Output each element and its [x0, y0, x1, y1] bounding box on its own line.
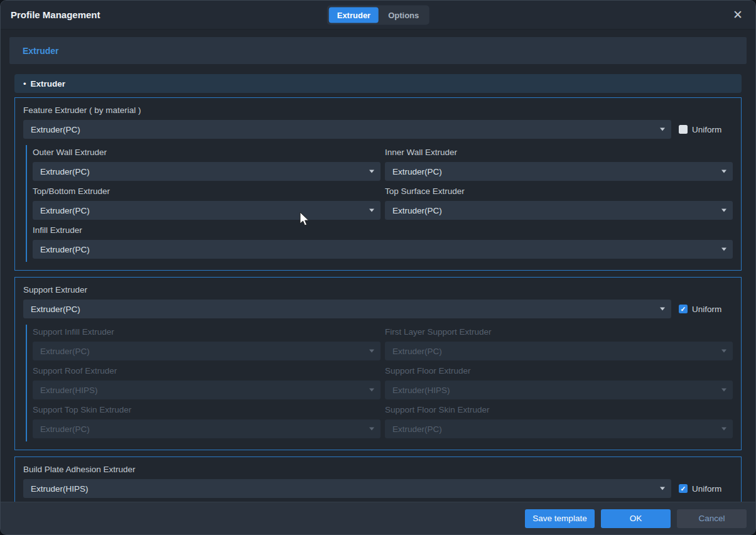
adhesion-uniform-checkbox[interactable] [679, 484, 688, 493]
top-surface-extruder-value: Extruder(PC) [392, 206, 442, 215]
build-plate-adhesion-dropdown[interactable]: Extruder(HIPS) [23, 479, 671, 498]
support-infill-extruder-label: Support Infill Extruder [33, 327, 381, 337]
infill-extruder-dropdown[interactable]: Extruder(PC) [33, 240, 733, 259]
cancel-button[interactable]: Cancel [677, 509, 747, 528]
category-header-label: Extruder [23, 46, 59, 56]
support-infill-extruder-value: Extruder(PC) [40, 347, 90, 356]
outer-wall-extruder-label: Outer Wall Extruder [33, 148, 381, 157]
chevron-down-icon [721, 428, 726, 431]
inner-wall-extruder-value: Extruder(PC) [392, 167, 442, 176]
support-floor-extruder-label: Support Floor Extruder [385, 366, 733, 376]
adhesion-uniform-checkbox-group[interactable]: Uniform [679, 484, 733, 494]
support-subgroup: Support Infill Extruder Extruder(PC) Fir… [26, 325, 733, 441]
field-top-bottom-extruder: Top/Bottom Extruder Extruder(PC) [33, 184, 381, 220]
chevron-down-icon [369, 209, 374, 212]
first-layer-support-extruder-dropdown: Extruder(PC) [385, 342, 733, 360]
chevron-down-icon [369, 428, 374, 431]
support-floor-skin-extruder-label: Support Floor Skin Extruder [385, 405, 733, 414]
inner-wall-extruder-dropdown[interactable]: Extruder(PC) [385, 162, 733, 181]
titlebar: Profile Management Extruder Options ✕ [1, 1, 755, 30]
group-header-extruder: • Extruder [14, 74, 742, 93]
field-infill-extruder: Infill Extruder Extruder(PC) [33, 223, 733, 259]
tab-options[interactable]: Options [380, 7, 427, 23]
section-build-plate-adhesion: Build Plate Adhesion Extruder Extruder(H… [14, 457, 742, 502]
chevron-down-icon [721, 350, 726, 353]
save-template-button[interactable]: Save template [525, 509, 595, 528]
support-extruder-label: Support Extruder [23, 285, 733, 295]
field-inner-wall-extruder: Inner Wall Extruder Extruder(PC) [385, 145, 733, 181]
inner-wall-extruder-label: Inner Wall Extruder [385, 148, 733, 157]
support-roof-extruder-label: Support Roof Extruder [33, 366, 381, 376]
field-first-layer-support-extruder: First Layer Support Extruder Extruder(PC… [385, 325, 733, 360]
field-support-infill-extruder: Support Infill Extruder Extruder(PC) [33, 325, 381, 360]
support-uniform-label: Uniform [692, 305, 721, 314]
outer-wall-extruder-value: Extruder(PC) [40, 167, 90, 176]
chevron-down-icon [721, 209, 726, 212]
group-header-label: Extruder [31, 79, 66, 89]
infill-extruder-label: Infill Extruder [33, 225, 733, 235]
support-floor-extruder-dropdown: Extruder(HIPS) [385, 381, 733, 399]
support-top-skin-extruder-value: Extruder(PC) [40, 424, 90, 434]
field-top-surface-extruder: Top Surface Extruder Extruder(PC) [385, 184, 733, 220]
support-floor-extruder-value: Extruder(HIPS) [392, 386, 450, 395]
first-layer-support-extruder-value: Extruder(PC) [392, 347, 442, 356]
feature-extruder-label: Feature Extruder ( by material ) [23, 105, 733, 115]
support-roof-extruder-value: Extruder(HIPS) [40, 386, 98, 395]
feature-extruder-value: Extruder(PC) [31, 125, 80, 134]
feature-uniform-label: Uniform [692, 125, 721, 134]
support-floor-skin-extruder-value: Extruder(PC) [392, 424, 442, 434]
adhesion-uniform-label: Uniform [692, 484, 721, 494]
outer-wall-extruder-dropdown[interactable]: Extruder(PC) [33, 162, 381, 181]
support-extruder-value: Extruder(PC) [31, 305, 80, 314]
support-uniform-checkbox[interactable] [679, 305, 688, 313]
field-support-floor-extruder: Support Floor Extruder Extruder(HIPS) [385, 364, 733, 399]
dialog-content: Extruder • Extruder Feature Extruder ( b… [1, 30, 755, 502]
chevron-down-icon [721, 248, 726, 251]
chevron-down-icon [660, 487, 665, 490]
infill-extruder-value: Extruder(PC) [40, 245, 90, 254]
first-layer-support-extruder-label: First Layer Support Extruder [385, 327, 733, 337]
section-feature-extruder: Feature Extruder ( by material ) Extrude… [14, 97, 742, 271]
bullet-icon: • [23, 79, 26, 89]
build-plate-adhesion-value: Extruder(HIPS) [31, 484, 89, 494]
build-plate-adhesion-label: Build Plate Adhesion Extruder [23, 465, 733, 474]
support-floor-skin-extruder-dropdown: Extruder(PC) [385, 419, 733, 438]
support-infill-extruder-dropdown: Extruder(PC) [33, 342, 381, 360]
top-bottom-extruder-dropdown[interactable]: Extruder(PC) [33, 201, 381, 220]
top-bottom-extruder-label: Top/Bottom Extruder [33, 186, 381, 196]
support-extruder-dropdown[interactable]: Extruder(PC) [23, 300, 671, 318]
dialog-footer: Save template OK Cancel [1, 502, 755, 534]
support-top-skin-extruder-dropdown: Extruder(PC) [33, 419, 381, 438]
field-support-top-skin-extruder: Support Top Skin Extruder Extruder(PC) [33, 403, 381, 438]
chevron-down-icon [369, 170, 374, 173]
top-surface-extruder-label: Top Surface Extruder [385, 186, 733, 196]
tab-extruder[interactable]: Extruder [329, 7, 379, 23]
close-icon[interactable]: ✕ [730, 8, 745, 22]
chevron-down-icon [369, 389, 374, 392]
field-outer-wall-extruder: Outer Wall Extruder Extruder(PC) [33, 145, 381, 181]
support-uniform-checkbox-group[interactable]: Uniform [679, 305, 733, 314]
field-support-floor-skin-extruder: Support Floor Skin Extruder Extruder(PC) [385, 403, 733, 438]
section-support-extruder: Support Extruder Extruder(PC) Uniform Su… [14, 277, 742, 450]
field-support-roof-extruder: Support Roof Extruder Extruder(HIPS) [33, 364, 381, 399]
chevron-down-icon [660, 128, 665, 131]
feature-uniform-checkbox-group[interactable]: Uniform [679, 125, 733, 134]
dialog-title: Profile Management [11, 9, 100, 20]
profile-management-dialog: Profile Management Extruder Options ✕ Ex… [0, 0, 756, 535]
top-bottom-extruder-value: Extruder(PC) [40, 206, 90, 215]
support-top-skin-extruder-label: Support Top Skin Extruder [33, 405, 381, 414]
tab-switcher: Extruder Options [327, 5, 429, 24]
feature-extruder-dropdown[interactable]: Extruder(PC) [23, 120, 671, 139]
feature-subgroup: Outer Wall Extruder Extruder(PC) Inner W… [26, 145, 733, 262]
chevron-down-icon [369, 350, 374, 353]
top-surface-extruder-dropdown[interactable]: Extruder(PC) [385, 201, 733, 220]
chevron-down-icon [660, 308, 665, 311]
chevron-down-icon [721, 170, 726, 173]
support-roof-extruder-dropdown: Extruder(HIPS) [33, 381, 381, 399]
chevron-down-icon [721, 389, 726, 392]
category-header-extruder[interactable]: Extruder [9, 37, 747, 64]
ok-button[interactable]: OK [601, 509, 671, 528]
feature-uniform-checkbox[interactable] [679, 125, 688, 134]
